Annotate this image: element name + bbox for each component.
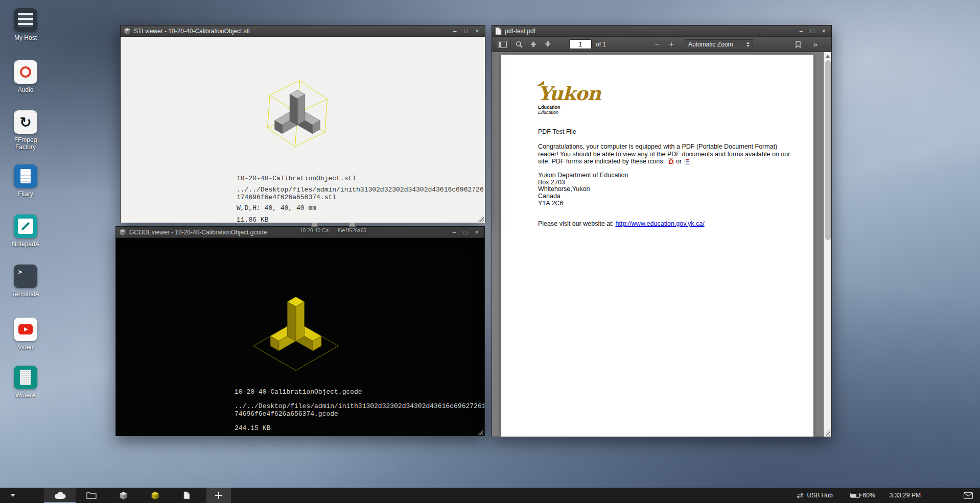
stl-filename: 10-20-40-CalibrationObject.stl	[237, 175, 485, 182]
pdf-content-area: Yukon Education Éducation PDF Test File …	[492, 52, 831, 437]
pdf-titlebar[interactable]: pdf-test.pdf – □ ×	[492, 26, 831, 37]
arrow-down-icon	[544, 41, 551, 47]
zoom-select-value: Automatic Zoom	[688, 41, 733, 48]
taskbar-expand-button[interactable]	[0, 488, 26, 503]
chevron-down-icon	[10, 494, 15, 497]
desktop-icon-my-host[interactable]: My Host	[3, 8, 48, 41]
gcode-filename: 10-20-40-CalibrationObject.gcode	[235, 388, 484, 396]
calibration-object-model	[275, 90, 320, 133]
acrobat-pdf-icon	[668, 158, 673, 164]
stl-dimensions: W,D,H: 40, 40, 40 mm	[237, 204, 485, 212]
stl-3d-viewport[interactable]	[249, 68, 345, 161]
desktop-icon-writera[interactable]: WriterA	[3, 366, 48, 399]
desktop-icon-filary[interactable]: Filary	[3, 164, 48, 198]
pdf-app-icon	[495, 27, 502, 35]
page-number-input[interactable]	[569, 39, 592, 49]
document-paragraph: Congratulations, your computer is equipp…	[538, 143, 792, 165]
battery-tray-item[interactable]: 60%	[850, 492, 875, 499]
pdf-viewer-window: pdf-test.pdf – □ ×	[492, 25, 832, 437]
address-line: Canada	[538, 193, 793, 200]
maximize-button[interactable]: □	[807, 27, 818, 36]
stl-file-info: 10-20-40-CalibrationObject.stl ../../Des…	[237, 175, 485, 223]
file-label: f6e4f626a65	[333, 228, 371, 233]
paragraph-or: or	[676, 158, 682, 165]
battery-label: 60%	[863, 492, 875, 499]
yukon-logo: Yukon Education Éducation	[538, 84, 793, 115]
folder-icon	[86, 491, 97, 499]
pdf-toolbar: of 1 − + Automatic Zoom »	[492, 37, 831, 52]
stl-filesize: 11.86 KB	[237, 216, 485, 223]
desktop-icon-terminala[interactable]: >_ TerminalA	[3, 265, 48, 298]
close-button[interactable]: ×	[818, 27, 829, 36]
sidebar-toggle-button[interactable]	[496, 38, 508, 51]
taskbar: USB Hub 60% 3:33:29 PM	[0, 488, 980, 503]
notepad-icon	[14, 214, 37, 238]
taskbar-files-button[interactable]	[44, 488, 76, 503]
desktop-icon-video[interactable]: Video	[3, 318, 48, 351]
usb-transfer-icon	[796, 493, 804, 498]
scroll-up-arrow-icon[interactable]	[826, 55, 830, 58]
taskbar-spacer	[26, 488, 44, 503]
stl-filepath: ../../Desktop/files/admin/inith31302d323…	[237, 186, 485, 201]
bookmark-button[interactable]	[792, 38, 804, 51]
host-icon	[14, 8, 37, 32]
gcode-cube-icon	[151, 491, 159, 500]
toolbar-overflow-button[interactable]: »	[809, 38, 822, 51]
maximize-button[interactable]: □	[460, 228, 471, 237]
desktop-icon-label: TerminalA	[3, 291, 48, 298]
close-button[interactable]: ×	[472, 27, 483, 36]
logo-subtitle-fr: Éducation	[538, 110, 793, 115]
next-page-button[interactable]	[542, 38, 554, 51]
desktop-icon-label: Audio	[3, 86, 48, 93]
gcode-filepath: ../../Desktop/files/admin/inith31302d323…	[235, 402, 484, 418]
gcode-file-info: 10-20-40-CalibrationObject.gcode ../../D…	[235, 388, 484, 432]
window-title: GCODEviewer - 10-20-40-CalibrationObject…	[129, 229, 267, 236]
terminal-icon: >_	[14, 265, 37, 288]
website-line: Please visit our website at: http://www.…	[538, 220, 793, 227]
maximize-button[interactable]: □	[460, 27, 472, 36]
taskbar-add-button[interactable]	[206, 488, 231, 503]
address-line: Whitehorse,Yukon	[538, 186, 793, 193]
mail-tray-button[interactable]	[964, 492, 973, 499]
taskbar-clock[interactable]: 3:33:29 PM	[890, 492, 921, 499]
taskbar-gcodeviewer-button[interactable]	[139, 488, 171, 503]
minimize-button[interactable]: –	[796, 27, 807, 36]
stlviewer-titlebar[interactable]: STLviewer - 10-20-40-CalibrationObject.s…	[121, 26, 485, 37]
pdf-scrollbar[interactable]	[824, 52, 831, 437]
zoom-out-button[interactable]: −	[651, 38, 663, 51]
address-line: Box 2703	[538, 179, 793, 186]
desktop-icon-notepada[interactable]: NotepadA	[3, 214, 48, 248]
close-button[interactable]: ×	[471, 228, 482, 237]
prompt-glyph-icon: >_	[18, 269, 26, 276]
taskbar-stlviewer-button[interactable]	[107, 488, 139, 503]
zoom-in-button[interactable]: +	[665, 38, 678, 51]
gcode-3d-viewport[interactable]	[242, 288, 350, 376]
paragraph-text: Congratulations, your computer is equipp…	[538, 143, 790, 165]
search-button[interactable]	[513, 38, 525, 51]
search-icon	[516, 41, 523, 48]
cube-icon	[119, 491, 128, 500]
sidebar-toggle-icon	[498, 41, 507, 48]
desktop-icon-ffmpeg-factory[interactable]: ↻ FFmpeg Factory	[3, 110, 48, 151]
logo-subtitle-en: Education	[538, 105, 793, 110]
desktop-icon-audio[interactable]: Audio	[3, 60, 48, 93]
taskbar-pdf-button[interactable]	[171, 488, 202, 503]
window-title: pdf-test.pdf	[505, 28, 535, 35]
paragraph-period: .	[691, 158, 693, 165]
previous-page-button[interactable]	[527, 38, 540, 51]
gcodeviewer-window: GCODEviewer - 10-20-40-CalibrationObject…	[115, 226, 485, 436]
pdf-form-icon	[685, 158, 690, 164]
gcodeviewer-app-icon	[119, 229, 126, 236]
minimize-button[interactable]: –	[449, 228, 460, 237]
zoom-select[interactable]: Automatic Zoom	[685, 39, 753, 50]
usb-tray-item[interactable]: USB Hub	[796, 492, 833, 499]
website-link[interactable]: http://www.education.gov.yk.ca/	[615, 220, 704, 227]
usb-label: USB Hub	[807, 492, 833, 499]
file-label: 10-20-40-Ca	[295, 228, 333, 233]
cloud-icon	[53, 491, 66, 500]
taskbar-tray: USB Hub 60% 3:33:29 PM	[796, 492, 980, 499]
file-manager-icon	[14, 164, 37, 188]
scrollbar-thumb[interactable]	[825, 60, 831, 240]
taskbar-folder-button[interactable]	[76, 488, 107, 503]
minimize-button[interactable]: –	[449, 27, 460, 36]
